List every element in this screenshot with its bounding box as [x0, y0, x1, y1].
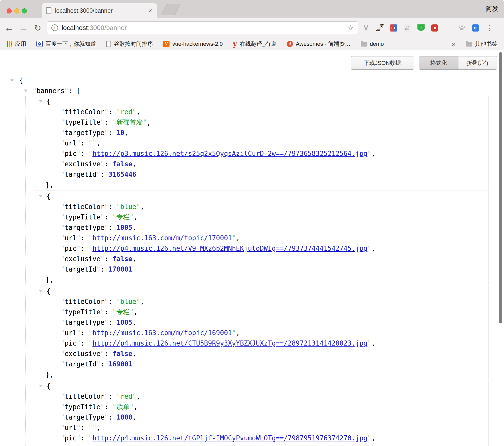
bookmark-demo-folder[interactable]: demo	[361, 41, 384, 47]
back-button[interactable]: ←	[4, 18, 15, 38]
json-token: :	[108, 203, 116, 211]
json-token: },	[46, 371, 53, 378]
browser-menu-icon[interactable]: ⋮	[486, 24, 493, 32]
json-token: false	[113, 160, 132, 168]
vue-devtools-icon[interactable]: V	[362, 24, 370, 32]
json-field-titleColor: "titleColor": "blue",	[35, 296, 488, 307]
json-link[interactable]: http://p4.music.126.net/V9-MXz6b2MNhEKju…	[92, 245, 367, 252]
banner-object: {"titleColor": "blue","typeTitle": "专栏",…	[35, 191, 489, 285]
json-token: "	[101, 213, 105, 221]
json-link[interactable]: http://music.163.com/m/topic/170001	[92, 234, 232, 242]
paw-extension-icon[interactable]	[458, 24, 465, 32]
bookmark-apps[interactable]: 应用	[7, 40, 26, 48]
tree-guide-line	[12, 86, 12, 446]
json-field-exclusive: "exclusive": false,	[35, 159, 488, 169]
json-token: ,	[132, 413, 136, 421]
bookmark-youdao[interactable]: y 在线翻译_有道	[233, 40, 276, 48]
json-token: "	[96, 171, 101, 178]
json-token: "	[61, 319, 65, 326]
fe-extension-icon[interactable]: F E	[390, 24, 397, 32]
json-field-typeTitle: "typeTitle": "新碟首发",	[35, 117, 488, 128]
qr-code-extension-icon[interactable]	[445, 25, 452, 31]
json-token: "	[61, 160, 65, 168]
collapse-triangle-icon[interactable]	[24, 90, 27, 92]
json-token: false	[113, 445, 132, 446]
json-token: "	[61, 393, 65, 400]
page-info-icon[interactable]: i	[51, 24, 58, 31]
collapse-triangle-icon[interactable]	[39, 100, 43, 103]
collapse-all-button[interactable]: 折叠所有	[458, 56, 497, 69]
json-token: blue	[120, 298, 136, 305]
collapse-triangle-icon[interactable]	[10, 79, 14, 82]
json-token: "	[367, 434, 371, 442]
sitemap-extension-icon[interactable]: 品	[404, 24, 411, 32]
json-token: :	[104, 213, 112, 221]
json-token: :	[104, 403, 112, 411]
forward-button: →	[18, 18, 29, 38]
close-window-icon[interactable]	[7, 8, 12, 13]
collapse-triangle-icon[interactable]	[39, 290, 43, 292]
json-token: "	[61, 434, 65, 442]
json-token: 新碟首发	[116, 118, 143, 126]
fastforward-extension-icon[interactable]: »	[431, 24, 438, 32]
json-link[interactable]: http://music.163.com/m/topic/169001	[92, 329, 232, 337]
format-button[interactable]: 格式化	[419, 56, 458, 69]
json-token: "	[61, 360, 65, 368]
json-token: "	[77, 139, 81, 147]
json-token: "	[116, 108, 120, 116]
json-link[interactable]: http://p4.music.126.net/tGPljf-IMOCyPvum…	[92, 434, 367, 442]
shield-extension-icon[interactable]: T	[417, 24, 425, 32]
json-token: :	[80, 150, 88, 157]
json-token: targetType	[65, 224, 105, 231]
json-link[interactable]: http://p4.music.126.net/CTU5B9R9y3XyYBZX…	[92, 339, 367, 347]
bookmark-vue-hackernews[interactable]: V vue-hackernews-2.0	[163, 41, 223, 47]
page-scrollbar[interactable]	[499, 52, 502, 323]
apps-grid-icon	[7, 41, 12, 47]
json-field-typeTitle: "typeTitle": "专栏",	[35, 212, 488, 222]
tab-strip: localhost:3000/banner × 阿发	[0, 0, 504, 18]
bookmark-google-sort[interactable]: 谷歌按时间排序	[106, 40, 153, 48]
new-tab-button[interactable]	[161, 4, 180, 15]
json-token: "	[130, 308, 134, 316]
json-field-titleColor: "titleColor": "blue",	[35, 202, 488, 212]
json-token: "	[101, 255, 105, 263]
browser-tab[interactable]: localhost:3000/banner ×	[41, 3, 157, 18]
download-extension-icon[interactable]: »	[472, 24, 479, 32]
json-token: ,	[134, 403, 138, 411]
collapse-triangle-icon[interactable]	[39, 195, 43, 198]
bookmark-awesomes[interactable]: A Awesomes - 前端资…	[287, 40, 351, 48]
json-link[interactable]: http://p3.music.126.net/s25q2x5QyqsAzilC…	[92, 150, 367, 157]
json-token: ,	[96, 424, 101, 432]
maximize-window-icon[interactable]	[22, 8, 27, 13]
json-field-url: "url": "",	[35, 138, 488, 148]
json-token: pic	[65, 434, 77, 442]
profile-name[interactable]: 阿发	[486, 5, 498, 13]
tab-title: localhost:3000/banner	[55, 7, 145, 14]
bookmark-star-icon[interactable]: ☆	[347, 23, 354, 32]
json-token: "	[77, 329, 81, 337]
banner-object: {"titleColor": "red","typeTitle": "歌单","…	[35, 381, 489, 446]
bookmark-baidu[interactable]: 百度一下，你就知道	[36, 40, 96, 48]
close-tab-icon[interactable]: ×	[148, 7, 152, 15]
url-path: :3000/banner	[88, 24, 127, 32]
json-token: "	[61, 265, 65, 273]
minimize-window-icon[interactable]	[14, 8, 19, 13]
json-token: "	[101, 118, 105, 126]
reload-button[interactable]: ↻	[32, 18, 43, 38]
json-tree: {"banners": [{"titleColor": "red","typeT…	[0, 75, 504, 446]
object-close: },	[35, 180, 488, 190]
json-token: "	[61, 150, 65, 157]
json-token: :	[80, 339, 88, 347]
json-token: "	[113, 118, 117, 126]
bookmarks-overflow-icon[interactable]: »	[452, 40, 456, 48]
download-json-button[interactable]: 下载JSON数据	[351, 56, 414, 70]
address-bar[interactable]: i localhost :3000/banner ☆	[47, 21, 358, 34]
json-token: },	[46, 181, 53, 189]
translate-extension-icon[interactable]: 英 en	[376, 24, 383, 32]
json-token: :	[101, 265, 108, 273]
json-token: "	[77, 424, 81, 432]
json-token: "	[61, 171, 65, 178]
other-bookmarks-folder[interactable]: 其他书签	[466, 40, 497, 48]
collapse-triangle-icon[interactable]	[39, 385, 43, 387]
json-field-targetId: "targetId": 170001	[35, 264, 488, 275]
